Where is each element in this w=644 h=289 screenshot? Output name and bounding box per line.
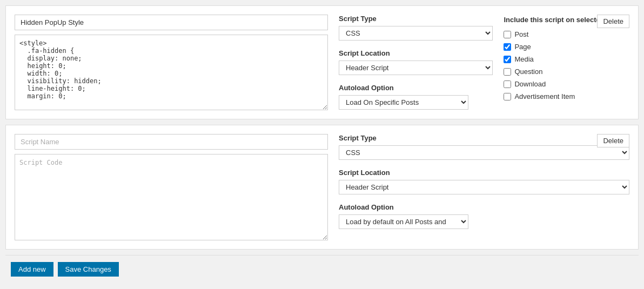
- checkbox-label-page-1: Page: [514, 43, 531, 51]
- checkbox-input-page-1[interactable]: [504, 43, 511, 51]
- checkbox-page-1[interactable]: Page: [504, 43, 629, 51]
- checkbox-advertisement-1[interactable]: Advertisement Item: [504, 92, 629, 100]
- footer-bar: Add new Save Changes: [5, 255, 639, 283]
- script-type-group-1: Script Type CSS JS: [339, 15, 493, 41]
- autoload-select-1[interactable]: Load On Specific Posts Load by default o…: [339, 95, 468, 110]
- checkbox-input-question-1[interactable]: [504, 68, 511, 76]
- checkbox-input-post-1[interactable]: [504, 31, 511, 38]
- block2-right: Script Type CSS JS Script Location Heade…: [339, 134, 629, 240]
- script-location-select-1[interactable]: Header Script Footer Script: [339, 61, 493, 75]
- autoload-group-1: Autoload Option Load On Specific Posts L…: [339, 84, 493, 110]
- checkbox-input-media-1[interactable]: [504, 56, 511, 63]
- autoload-group-2: Autoload Option Load On Specific Posts L…: [339, 203, 629, 229]
- script-location-group-2: Script Location Header Script Footer Scr…: [339, 169, 629, 194]
- checkbox-label-post-1: Post: [514, 30, 528, 38]
- script-type-select-2[interactable]: CSS JS: [339, 145, 629, 160]
- autoload-label-2: Autoload Option: [339, 203, 629, 211]
- script-location-group-1: Script Location Header Script Footer Scr…: [339, 49, 493, 75]
- script-code-textarea-1[interactable]: <style> .fa-hidden { display: none; heig…: [15, 35, 328, 110]
- script-type-label-1: Script Type: [339, 15, 493, 23]
- autoload-select-2[interactable]: Load On Specific Posts Load by default o…: [339, 214, 468, 229]
- script-code-textarea-2[interactable]: [15, 154, 328, 240]
- script-type-group-2: Script Type CSS JS: [339, 134, 629, 160]
- script-block-2: Script Type CSS JS Script Location Heade…: [5, 125, 639, 250]
- block2-left: [15, 134, 328, 240]
- delete-button-2[interactable]: Delete: [597, 134, 629, 147]
- block1-checkboxes: Include this script on selected post ty …: [504, 15, 629, 110]
- add-new-button[interactable]: Add new: [11, 262, 53, 277]
- checkbox-label-advertisement-1: Advertisement Item: [514, 92, 575, 100]
- block1-settings: Script Type CSS JS Script Location Heade…: [339, 15, 493, 110]
- checkbox-label-media-1: Media: [514, 55, 533, 63]
- checkbox-post-1[interactable]: Post: [504, 30, 629, 38]
- block1-right: Script Type CSS JS Script Location Heade…: [339, 15, 629, 110]
- script-type-label-2: Script Type: [339, 134, 629, 142]
- delete-button-1[interactable]: Delete: [597, 15, 629, 28]
- checkbox-label-question-1: Question: [514, 68, 542, 76]
- checkbox-input-download-1[interactable]: [504, 80, 511, 88]
- script-block-1: <style> .fa-hidden { display: none; heig…: [5, 5, 639, 119]
- script-type-select-1[interactable]: CSS JS: [339, 26, 493, 41]
- checkbox-question-1[interactable]: Question: [504, 68, 629, 76]
- checkbox-media-1[interactable]: Media: [504, 55, 629, 63]
- checkbox-input-advertisement-1[interactable]: [504, 93, 511, 100]
- block2-settings: Script Type CSS JS Script Location Heade…: [339, 134, 629, 240]
- script-name-input-1[interactable]: [15, 15, 328, 30]
- checkbox-download-1[interactable]: Download: [504, 80, 629, 88]
- script-location-label-2: Script Location: [339, 169, 629, 177]
- checkbox-label-download-1: Download: [514, 80, 546, 88]
- script-name-input-2[interactable]: [15, 134, 328, 150]
- page-wrapper: <style> .fa-hidden { display: none; heig…: [0, 0, 644, 288]
- script-location-select-2[interactable]: Header Script Footer Script: [339, 180, 629, 194]
- block1-left: <style> .fa-hidden { display: none; heig…: [15, 15, 328, 110]
- save-changes-button[interactable]: Save Changes: [58, 262, 119, 277]
- script-location-label-1: Script Location: [339, 49, 493, 57]
- autoload-label-1: Autoload Option: [339, 84, 493, 92]
